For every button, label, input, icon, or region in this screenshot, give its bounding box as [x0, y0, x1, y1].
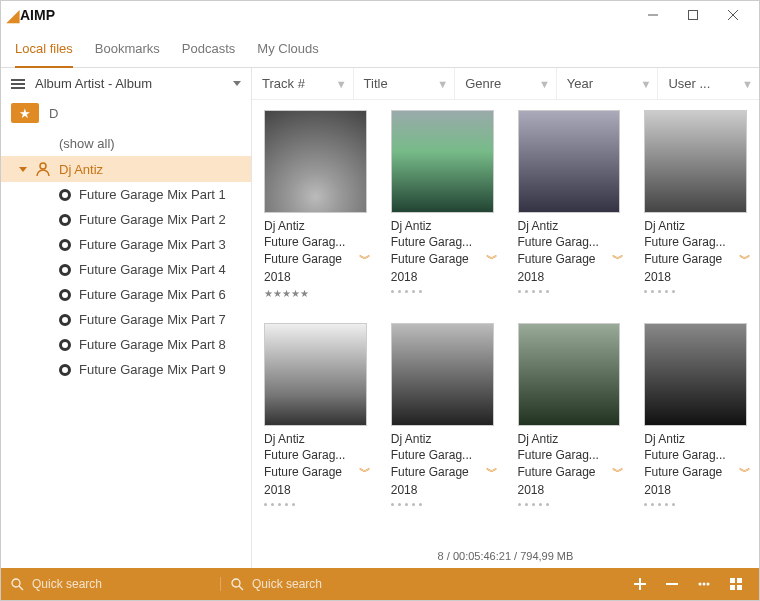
album-card[interactable]: Dj AntizFuture Garag...Future Garage︾201… — [391, 110, 494, 299]
main-panel: Track #▼Title▼Genre▼Year▼User ...▼ Dj An… — [252, 68, 759, 568]
album-cover[interactable] — [391, 323, 494, 426]
album-cover[interactable] — [264, 110, 367, 213]
artist-row[interactable]: Dj Antiz — [1, 156, 251, 182]
show-all-item[interactable]: (show all) — [1, 131, 251, 156]
track-item[interactable]: Future Garage Mix Part 6 — [1, 282, 251, 307]
card-year: 2018 — [264, 483, 367, 497]
tab-local-files[interactable]: Local files — [15, 35, 73, 68]
expand-icon[interactable]: ︾ — [486, 464, 494, 481]
grouping-selector[interactable]: Album Artist - Album — [1, 68, 251, 99]
add-button[interactable] — [631, 575, 649, 593]
card-artist: Dj Antiz — [264, 219, 367, 233]
card-year: 2018 — [264, 270, 367, 284]
rating-empty[interactable] — [391, 290, 494, 293]
album-cover[interactable] — [644, 110, 747, 213]
column-header[interactable]: Year▼ — [557, 68, 659, 99]
track-item[interactable]: Future Garage Mix Part 1 — [1, 182, 251, 207]
close-button[interactable] — [713, 2, 753, 28]
card-genre: Future Garage — [644, 465, 722, 479]
main-search[interactable]: Quick search — [221, 577, 617, 591]
rating-empty[interactable] — [264, 503, 367, 506]
filter-icon[interactable]: ▼ — [539, 78, 550, 90]
favorites-filter-button[interactable]: ★ — [11, 103, 39, 123]
maximize-button[interactable] — [673, 2, 713, 28]
logo-mark-icon: ◢ — [7, 6, 18, 25]
tab-my-clouds[interactable]: My Clouds — [257, 35, 318, 67]
card-artist: Dj Antiz — [391, 432, 494, 446]
album-card[interactable]: Dj AntizFuture Garag...Future Garage︾201… — [518, 110, 621, 299]
rating-empty[interactable] — [518, 503, 621, 506]
card-album: Future Garag... — [264, 448, 367, 462]
expand-icon[interactable]: ︾ — [612, 251, 620, 268]
view-grid-button[interactable] — [727, 575, 745, 593]
album-cover[interactable] — [264, 323, 367, 426]
album-cover[interactable] — [518, 110, 621, 213]
track-item[interactable]: Future Garage Mix Part 4 — [1, 257, 251, 282]
expand-icon — [19, 167, 27, 172]
expand-icon[interactable]: ︾ — [359, 464, 367, 481]
column-header[interactable]: Track #▼ — [252, 68, 354, 99]
card-album: Future Garag... — [391, 448, 494, 462]
track-label: Future Garage Mix Part 1 — [79, 187, 226, 202]
track-item[interactable]: Future Garage Mix Part 9 — [1, 357, 251, 382]
grouping-label: Album Artist - Album — [35, 76, 223, 91]
rating-empty[interactable] — [644, 503, 747, 506]
expand-icon[interactable]: ︾ — [612, 464, 620, 481]
column-label: Genre — [465, 76, 501, 91]
remove-button[interactable] — [663, 575, 681, 593]
column-header[interactable]: Genre▼ — [455, 68, 557, 99]
track-label: Future Garage Mix Part 3 — [79, 237, 226, 252]
minimize-button[interactable] — [633, 2, 673, 28]
album-card[interactable]: Dj AntizFuture Garag...Future Garage︾201… — [391, 323, 494, 506]
search-icon — [11, 578, 24, 591]
column-header[interactable]: User ...▼ — [658, 68, 759, 99]
alpha-index-letter[interactable]: D — [49, 106, 58, 121]
rating-empty[interactable] — [644, 290, 747, 293]
tab-bookmarks[interactable]: Bookmarks — [95, 35, 160, 67]
sidebar-search[interactable]: Quick search — [1, 577, 221, 591]
album-cover[interactable] — [391, 110, 494, 213]
track-item[interactable]: Future Garage Mix Part 8 — [1, 332, 251, 357]
card-album: Future Garag... — [644, 235, 747, 249]
track-item[interactable]: Future Garage Mix Part 2 — [1, 207, 251, 232]
album-card[interactable]: Dj AntizFuture Garag...Future Garage︾201… — [264, 110, 367, 299]
card-artist: Dj Antiz — [644, 219, 747, 233]
expand-icon[interactable]: ︾ — [739, 251, 747, 268]
disc-icon — [59, 264, 71, 276]
svg-point-12 — [699, 583, 702, 586]
column-label: Title — [364, 76, 388, 91]
album-cover[interactable] — [644, 323, 747, 426]
filter-icon[interactable]: ▼ — [437, 78, 448, 90]
album-card[interactable]: Dj AntizFuture Garag...Future Garage︾201… — [644, 110, 747, 299]
svg-rect-16 — [737, 578, 742, 583]
expand-icon[interactable]: ︾ — [359, 251, 367, 268]
track-item[interactable]: Future Garage Mix Part 7 — [1, 307, 251, 332]
card-genre: Future Garage — [391, 252, 469, 266]
column-header[interactable]: Title▼ — [354, 68, 456, 99]
track-item[interactable]: Future Garage Mix Part 3 — [1, 232, 251, 257]
expand-icon[interactable]: ︾ — [486, 251, 494, 268]
track-label: Future Garage Mix Part 6 — [79, 287, 226, 302]
rating-stars[interactable]: ★★★★★ — [264, 288, 367, 299]
rating-empty[interactable] — [518, 290, 621, 293]
column-label: User ... — [668, 76, 710, 91]
album-card[interactable]: Dj AntizFuture Garag...Future Garage︾201… — [518, 323, 621, 506]
filter-icon[interactable]: ▼ — [742, 78, 753, 90]
album-card[interactable]: Dj AntizFuture Garag...Future Garage︾201… — [264, 323, 367, 506]
rating-empty[interactable] — [391, 503, 494, 506]
card-year: 2018 — [391, 483, 494, 497]
status-bar: 8 / 00:05:46:21 / 794,99 MB — [252, 546, 759, 568]
svg-rect-17 — [730, 585, 735, 590]
card-artist: Dj Antiz — [518, 219, 621, 233]
disc-icon — [59, 214, 71, 226]
album-cover[interactable] — [518, 323, 621, 426]
tab-podcasts[interactable]: Podcasts — [182, 35, 235, 67]
album-card[interactable]: Dj AntizFuture Garag...Future Garage︾201… — [644, 323, 747, 506]
filter-icon[interactable]: ▼ — [640, 78, 651, 90]
column-label: Year — [567, 76, 593, 91]
filter-icon[interactable]: ▼ — [336, 78, 347, 90]
expand-icon[interactable]: ︾ — [739, 464, 747, 481]
more-button[interactable] — [695, 575, 713, 593]
svg-rect-1 — [689, 11, 698, 20]
disc-icon — [59, 189, 71, 201]
